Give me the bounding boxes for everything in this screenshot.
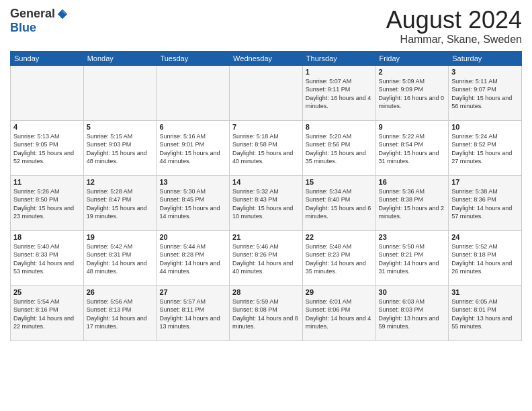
day-info: Sunrise: 5:36 AMSunset: 8:38 PMDaylight:…	[379, 187, 446, 221]
day-number: 28	[232, 288, 300, 296]
calendar-cell-1-3: 7Sunrise: 5:18 AMSunset: 8:58 PMDaylight…	[230, 120, 303, 175]
day-info: Sunrise: 5:57 AMSunset: 8:11 PMDaylight:…	[159, 298, 226, 331]
calendar-cell-1-5: 9Sunrise: 5:22 AMSunset: 8:54 PMDaylight…	[375, 120, 449, 175]
day-number: 6	[159, 123, 226, 131]
day-number: 7	[232, 123, 300, 131]
calendar-cell-0-0	[11, 65, 84, 120]
header-thursday: Thursday	[302, 51, 375, 65]
calendar-cell-1-2: 6Sunrise: 5:16 AMSunset: 9:01 PMDaylight…	[157, 120, 230, 175]
day-number: 25	[13, 288, 81, 296]
calendar-cell-2-1: 12Sunrise: 5:28 AMSunset: 8:47 PMDayligh…	[83, 175, 157, 230]
location: Hammar, Skane, Sweden	[386, 34, 522, 46]
calendar-cell-4-1: 26Sunrise: 5:56 AMSunset: 8:13 PMDayligh…	[83, 285, 157, 340]
day-number: 10	[451, 123, 519, 131]
day-info: Sunrise: 5:15 AMSunset: 9:03 PMDaylight:…	[87, 132, 154, 166]
calendar-cell-3-6: 24Sunrise: 5:52 AMSunset: 8:18 PMDayligh…	[449, 230, 522, 285]
day-info: Sunrise: 5:07 AMSunset: 9:11 PMDaylight:…	[306, 77, 373, 111]
day-number: 24	[451, 233, 519, 241]
title-section: August 2024 Hammar, Skane, Sweden	[386, 7, 522, 46]
calendar-cell-2-0: 11Sunrise: 5:26 AMSunset: 8:50 PMDayligh…	[11, 175, 84, 230]
calendar-cell-0-3	[230, 65, 303, 120]
calendar-cell-2-2: 13Sunrise: 5:30 AMSunset: 8:45 PMDayligh…	[157, 175, 230, 230]
calendar-cell-2-5: 16Sunrise: 5:36 AMSunset: 8:38 PMDayligh…	[375, 175, 449, 230]
calendar-cell-4-4: 29Sunrise: 6:01 AMSunset: 8:06 PMDayligh…	[302, 285, 375, 340]
day-number: 16	[379, 178, 446, 186]
day-info: Sunrise: 5:11 AMSunset: 9:07 PMDaylight:…	[451, 77, 519, 111]
day-number: 11	[13, 178, 81, 186]
header: General Blue August 2024 Hammar, Skane, …	[10, 7, 522, 46]
day-number: 1	[306, 68, 373, 76]
day-info: Sunrise: 5:22 AMSunset: 8:54 PMDaylight:…	[379, 132, 446, 166]
day-number: 21	[232, 233, 300, 241]
header-monday: Monday	[83, 51, 157, 65]
calendar-cell-3-5: 23Sunrise: 5:50 AMSunset: 8:21 PMDayligh…	[375, 230, 449, 285]
day-number: 13	[159, 178, 226, 186]
day-number: 31	[451, 288, 519, 296]
day-info: Sunrise: 5:52 AMSunset: 8:18 PMDaylight:…	[451, 242, 519, 276]
header-wednesday: Wednesday	[230, 51, 303, 65]
calendar-week-1: 1Sunrise: 5:07 AMSunset: 9:11 PMDaylight…	[11, 65, 522, 120]
day-info: Sunrise: 5:54 AMSunset: 8:16 PMDaylight:…	[13, 298, 81, 331]
day-number: 9	[379, 123, 446, 131]
calendar-cell-4-6: 31Sunrise: 6:05 AMSunset: 8:01 PMDayligh…	[449, 285, 522, 340]
calendar-cell-2-6: 17Sunrise: 5:38 AMSunset: 8:36 PMDayligh…	[449, 175, 522, 230]
day-number: 3	[451, 68, 519, 76]
day-number: 5	[87, 123, 154, 131]
day-number: 15	[306, 178, 373, 186]
day-info: Sunrise: 5:34 AMSunset: 8:40 PMDaylight:…	[306, 187, 373, 221]
day-info: Sunrise: 5:42 AMSunset: 8:31 PMDaylight:…	[87, 242, 154, 276]
calendar-cell-0-4: 1Sunrise: 5:07 AMSunset: 9:11 PMDaylight…	[302, 65, 375, 120]
calendar-cell-4-2: 27Sunrise: 5:57 AMSunset: 8:11 PMDayligh…	[157, 285, 230, 340]
header-saturday: Saturday	[449, 51, 522, 65]
day-info: Sunrise: 5:59 AMSunset: 8:08 PMDaylight:…	[232, 298, 300, 331]
day-number: 14	[232, 178, 300, 186]
day-number: 23	[379, 233, 446, 241]
calendar-cell-3-3: 21Sunrise: 5:46 AMSunset: 8:26 PMDayligh…	[230, 230, 303, 285]
calendar-cell-4-5: 30Sunrise: 6:03 AMSunset: 8:03 PMDayligh…	[375, 285, 449, 340]
day-info: Sunrise: 5:28 AMSunset: 8:47 PMDaylight:…	[87, 187, 154, 221]
day-info: Sunrise: 5:30 AMSunset: 8:45 PMDaylight:…	[159, 187, 226, 221]
logo: General Blue	[10, 7, 69, 35]
calendar-cell-0-5: 2Sunrise: 5:09 AMSunset: 9:09 PMDaylight…	[375, 65, 449, 120]
calendar-week-2: 4Sunrise: 5:13 AMSunset: 9:05 PMDaylight…	[11, 120, 522, 175]
day-info: Sunrise: 6:05 AMSunset: 8:01 PMDaylight:…	[451, 298, 519, 331]
logo-general: General	[10, 7, 55, 21]
calendar-cell-4-0: 25Sunrise: 5:54 AMSunset: 8:16 PMDayligh…	[11, 285, 84, 340]
day-number: 4	[13, 123, 81, 131]
day-info: Sunrise: 6:01 AMSunset: 8:06 PMDaylight:…	[306, 298, 373, 331]
month-title: August 2024	[386, 7, 522, 34]
calendar-cell-0-2	[157, 65, 230, 120]
day-info: Sunrise: 5:40 AMSunset: 8:33 PMDaylight:…	[13, 242, 81, 276]
header-sunday: Sunday	[11, 51, 84, 65]
calendar-cell-4-3: 28Sunrise: 5:59 AMSunset: 8:08 PMDayligh…	[230, 285, 303, 340]
day-info: Sunrise: 5:13 AMSunset: 9:05 PMDaylight:…	[13, 132, 81, 166]
day-info: Sunrise: 5:38 AMSunset: 8:36 PMDaylight:…	[451, 187, 519, 221]
day-number: 20	[159, 233, 226, 241]
day-number: 2	[379, 68, 446, 76]
day-info: Sunrise: 5:50 AMSunset: 8:21 PMDaylight:…	[379, 242, 446, 276]
day-number: 12	[87, 178, 154, 186]
day-info: Sunrise: 5:26 AMSunset: 8:50 PMDaylight:…	[13, 187, 81, 221]
day-info: Sunrise: 5:56 AMSunset: 8:13 PMDaylight:…	[87, 298, 154, 331]
calendar-week-3: 11Sunrise: 5:26 AMSunset: 8:50 PMDayligh…	[11, 175, 522, 230]
day-info: Sunrise: 5:09 AMSunset: 9:09 PMDaylight:…	[379, 77, 446, 111]
day-number: 22	[306, 233, 373, 241]
calendar-header-row: Sunday Monday Tuesday Wednesday Thursday…	[11, 51, 522, 65]
page: General Blue August 2024 Hammar, Skane, …	[0, 0, 532, 411]
calendar-cell-1-1: 5Sunrise: 5:15 AMSunset: 9:03 PMDaylight…	[83, 120, 157, 175]
day-number: 29	[306, 288, 373, 296]
calendar-cell-3-4: 22Sunrise: 5:48 AMSunset: 8:23 PMDayligh…	[302, 230, 375, 285]
calendar-cell-0-1	[83, 65, 157, 120]
calendar-cell-1-6: 10Sunrise: 5:24 AMSunset: 8:52 PMDayligh…	[449, 120, 522, 175]
day-number: 27	[159, 288, 226, 296]
calendar-table: Sunday Monday Tuesday Wednesday Thursday…	[10, 51, 522, 341]
day-info: Sunrise: 5:32 AMSunset: 8:43 PMDaylight:…	[232, 187, 300, 221]
calendar-cell-2-3: 14Sunrise: 5:32 AMSunset: 8:43 PMDayligh…	[230, 175, 303, 230]
calendar-cell-1-4: 8Sunrise: 5:20 AMSunset: 8:56 PMDaylight…	[302, 120, 375, 175]
day-info: Sunrise: 5:48 AMSunset: 8:23 PMDaylight:…	[306, 242, 373, 276]
day-number: 8	[306, 123, 373, 131]
calendar-cell-2-4: 15Sunrise: 5:34 AMSunset: 8:40 PMDayligh…	[302, 175, 375, 230]
calendar-cell-3-2: 20Sunrise: 5:44 AMSunset: 8:28 PMDayligh…	[157, 230, 230, 285]
calendar-cell-3-0: 18Sunrise: 5:40 AMSunset: 8:33 PMDayligh…	[11, 230, 84, 285]
day-info: Sunrise: 5:46 AMSunset: 8:26 PMDaylight:…	[232, 242, 300, 276]
